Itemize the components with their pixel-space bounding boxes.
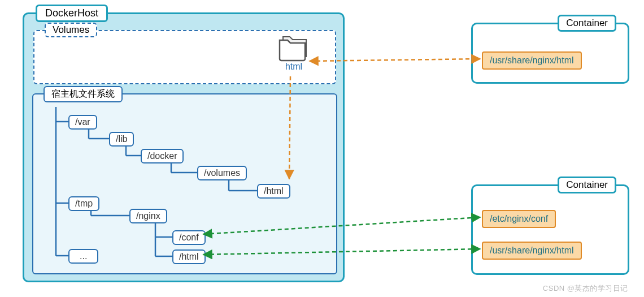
tree-node-docker: /docker — [141, 149, 184, 163]
container-top-box: Container /usr/share/nginx/html — [471, 23, 629, 84]
container-bottom-label: Container — [558, 177, 616, 193]
dockerhost-label: DockerHost — [36, 5, 108, 22]
host-filesystem-box: 宿主机文件系统 — [32, 93, 337, 274]
container-bottom-box: Container /etc/nginx/conf /usr/share/ngi… — [471, 184, 629, 275]
container-bottom-path-conf: /etc/nginx/conf — [482, 210, 556, 228]
folder-icon — [276, 35, 311, 63]
container-top-path: /usr/share/nginx/html — [482, 51, 582, 70]
diagram-stage: DockerHost Volumes html 宿主机文件系统 — [0, 0, 644, 297]
tree-node-var: /var — [68, 115, 97, 130]
volume-folder-label: html — [274, 62, 314, 72]
tree-node-tmp: /tmp — [68, 196, 99, 211]
tree-node-lib: /lib — [109, 132, 134, 147]
tree-node-conf: /conf — [172, 230, 206, 245]
dockerhost-box: DockerHost Volumes html 宿主机文件系统 — [23, 12, 345, 282]
container-top-label: Container — [558, 15, 616, 32]
volumes-box: Volumes html — [33, 30, 336, 84]
tree-node-nginx: /nginx — [129, 209, 167, 223]
watermark-text: CSDN @英杰的学习日记 — [543, 283, 628, 294]
tree-node-html-vol: /html — [257, 184, 290, 199]
tree-node-volumes: /volumes — [197, 166, 247, 180]
volumes-label: Volumes — [45, 23, 97, 37]
container-bottom-path-html: /usr/share/nginx/html — [482, 242, 582, 260]
tree-node-html: /html — [172, 249, 206, 264]
tree-node-ellipsis: ... — [68, 249, 98, 264]
volume-folder: html — [274, 35, 314, 72]
